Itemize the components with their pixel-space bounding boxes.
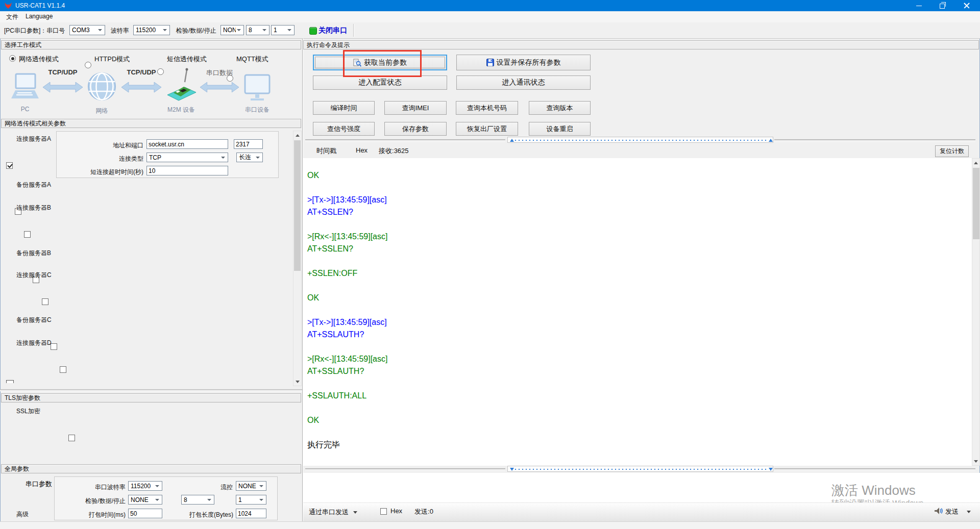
flow-label: 流控 — [209, 483, 233, 492]
top-splitter-right[interactable] — [774, 139, 975, 142]
menu-item-language[interactable]: Language — [26, 13, 53, 20]
left-panel-scrollbar[interactable] — [293, 131, 302, 386]
log-line: AT+SSLEN? — [307, 243, 972, 255]
flow-select[interactable]: NONE — [236, 481, 266, 491]
databits-select[interactable]: 8 — [246, 25, 270, 35]
trackbar-thumb-icon[interactable] — [769, 139, 773, 142]
clipped-checkbox — [6, 380, 14, 383]
g-parity-select[interactable]: NONE — [128, 495, 162, 505]
com-port-select[interactable]: COM3 — [69, 25, 105, 35]
set-save-params-button[interactable]: 设置并保存所有参数 — [456, 55, 591, 70]
log-output[interactable]: OK >[Tx->][13:45:59][asc] AT+SSLEN? >[Rx… — [303, 158, 972, 466]
packlen-label: 打包长度(Bytes) — [176, 511, 233, 519]
bottom-trackbar[interactable] — [507, 466, 773, 472]
scroll-down-button[interactable] — [293, 377, 301, 386]
bottom-splitter-right[interactable] — [774, 468, 975, 471]
server-c-checkbox[interactable] — [42, 298, 48, 305]
packtime-input[interactable] — [128, 509, 162, 518]
server-c-label: 连接服务器C — [16, 271, 52, 280]
log-line — [307, 402, 972, 414]
chevron-down-icon[interactable] — [967, 511, 971, 513]
g-baud-select[interactable]: 115200 — [128, 481, 162, 491]
compile-time-label: 编译时间 — [331, 104, 357, 113]
close-port-button[interactable]: 关闭串口 — [318, 26, 347, 35]
g-databits-select[interactable]: 8 — [181, 495, 214, 505]
scroll-down-button[interactable] — [972, 457, 979, 465]
reset-counter-button[interactable]: 复位计数 — [935, 145, 969, 157]
short-timeout-input[interactable] — [146, 166, 228, 175]
enter-comm-button[interactable]: 进入通讯状态 — [456, 75, 591, 90]
query-imei-button[interactable]: 查询IMEI — [384, 101, 447, 115]
close-button[interactable] — [953, 0, 980, 11]
timestamp-label: 时间戳 — [316, 146, 336, 156]
arrow-down-icon — [296, 381, 300, 383]
query-version-button[interactable]: 查询版本 — [529, 101, 591, 115]
backup-server-c-checkbox[interactable] — [51, 343, 57, 350]
left-splitter[interactable] — [0, 389, 302, 391]
baud-select[interactable]: 115200 — [133, 25, 170, 35]
restore-button[interactable] — [930, 0, 953, 11]
trackbar-thumb-icon[interactable] — [510, 468, 514, 471]
server-b-checkbox[interactable] — [24, 231, 31, 238]
log-line: AT+SSLAUTH? — [307, 365, 972, 377]
stopbits-select[interactable]: 1 — [271, 25, 295, 35]
query-number-label: 查询本机号码 — [467, 104, 507, 113]
menu-item-file[interactable]: 文件 — [6, 13, 18, 21]
scrollbar-thumb[interactable] — [294, 140, 301, 271]
restore-icon — [940, 4, 945, 9]
radio-network-transparent[interactable] — [9, 55, 16, 62]
server-address-input[interactable] — [146, 139, 228, 149]
query-signal-button[interactable]: 查信号强度 — [313, 122, 375, 136]
top-splitter-left[interactable] — [305, 139, 505, 142]
chevron-down-icon — [262, 29, 266, 31]
reboot-button[interactable]: 设备重启 — [529, 122, 591, 136]
factory-reset-button[interactable]: 恢复出厂设置 — [456, 122, 518, 136]
minimize-icon — [916, 6, 922, 6]
double-arrow-icon — [121, 82, 161, 93]
top-trackbar[interactable] — [507, 137, 773, 143]
save-params-button[interactable]: 保存参数 — [384, 122, 447, 136]
scroll-up-button[interactable] — [972, 159, 979, 167]
chevron-down-icon[interactable] — [353, 511, 357, 514]
pc-icon — [9, 73, 41, 102]
backup-server-a-label: 备份服务器A — [16, 181, 51, 189]
log-line — [307, 182, 972, 194]
log-line — [307, 280, 972, 292]
packlen-input[interactable] — [236, 509, 266, 518]
trackbar-track — [515, 469, 768, 470]
enter-comm-label: 进入通讯状态 — [502, 78, 545, 87]
menu-bar: 文件 Language — [0, 11, 980, 22]
server-a-checkbox[interactable] — [6, 162, 13, 169]
baud-label: 波特率 — [111, 27, 129, 35]
compile-time-button[interactable]: 编译时间 — [313, 101, 375, 115]
conn-type-select[interactable]: TCP — [146, 153, 228, 162]
chevron-down-icon — [207, 499, 211, 501]
radio-httpd[interactable] — [85, 62, 91, 68]
trackbar-thumb-icon[interactable] — [769, 468, 773, 471]
log-scrollbar[interactable] — [972, 158, 980, 466]
send-button[interactable]: 发送 — [945, 507, 959, 516]
scrollbar-thumb[interactable] — [973, 168, 979, 239]
g-stopbits-select[interactable]: 1 — [236, 495, 266, 505]
radio-sms-transparent-label: 短信透传模式 — [167, 55, 207, 64]
trackbar-thumb-icon[interactable] — [510, 139, 514, 142]
chevron-down-icon — [259, 499, 263, 501]
ssl-checkbox[interactable] — [68, 435, 75, 441]
minimize-button[interactable] — [908, 0, 930, 11]
log-line: >[Tx->][13:45:59][asc] — [307, 316, 972, 329]
send-hex-checkbox[interactable] — [380, 508, 387, 515]
enter-config-button[interactable]: 进入配置状态 — [313, 75, 447, 90]
recv-count-label: 接收:3625 — [379, 146, 409, 156]
parity-select[interactable]: NONI — [220, 25, 244, 35]
send-via-serial-button[interactable]: 通过串口发送 — [309, 508, 349, 517]
log-line: AT+SSLAUTH? — [307, 329, 972, 341]
m2m-device-icon — [164, 68, 198, 108]
application-window: USR-CAT1 V1.1.4 文件 Language [PC串口参数]：串口号… — [0, 0, 980, 529]
server-port-input[interactable] — [234, 139, 263, 149]
scroll-up-button[interactable] — [293, 131, 301, 139]
keepalive-select[interactable]: 长连 — [236, 153, 263, 162]
query-number-button[interactable]: 查询本机号码 — [456, 101, 518, 115]
bottom-splitter-left[interactable] — [305, 468, 505, 471]
server-d-checkbox[interactable] — [60, 366, 66, 373]
addr-port-label: 地址和端口 — [58, 141, 143, 150]
